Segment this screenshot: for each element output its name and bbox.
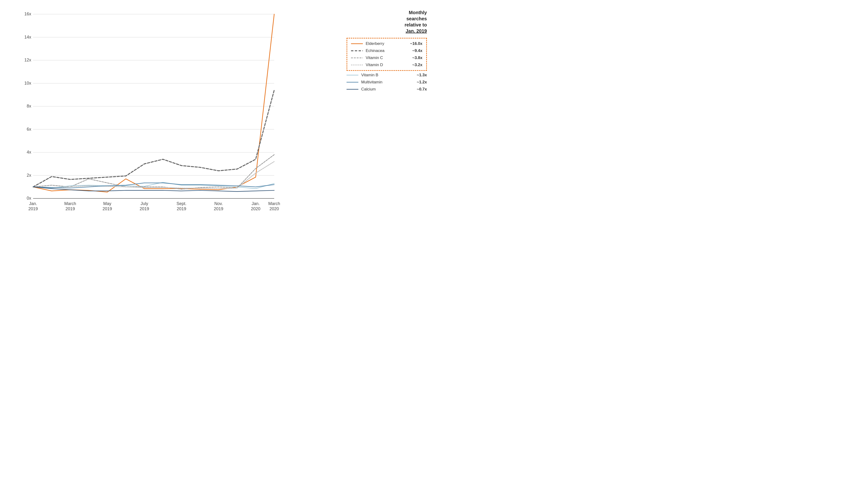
svg-text:2020: 2020 bbox=[251, 207, 261, 211]
svg-text:Jan.: Jan. bbox=[29, 201, 37, 206]
svg-text:March: March bbox=[268, 201, 280, 206]
svg-text:2019: 2019 bbox=[214, 207, 223, 211]
svg-text:July: July bbox=[141, 201, 148, 206]
svg-text:2019: 2019 bbox=[102, 207, 112, 211]
legend-value: ~9.4x bbox=[408, 48, 423, 53]
svg-text:May: May bbox=[103, 201, 111, 206]
legend-value: ~16.0x bbox=[408, 41, 423, 46]
svg-text:2020: 2020 bbox=[270, 207, 279, 211]
legend-item: Elderberry~16.0x bbox=[351, 41, 423, 46]
legend-name: Calcium bbox=[361, 87, 413, 92]
chart-svg: 0x2x4x6x8x10x12x14x16xJan.2019March2019M… bbox=[19, 12, 291, 224]
svg-text:4x: 4x bbox=[27, 150, 31, 155]
svg-text:6x: 6x bbox=[27, 127, 31, 131]
svg-text:12x: 12x bbox=[24, 58, 31, 62]
svg-text:14x: 14x bbox=[24, 35, 31, 40]
legend-name: Echinacea bbox=[366, 48, 408, 53]
legend-name: Elderberry bbox=[366, 41, 408, 46]
legend-item: Vitamin B~1.3x bbox=[346, 73, 427, 77]
legend-value: ~3.8x bbox=[408, 56, 423, 60]
legend-item: Vitamin D~3.2x bbox=[351, 62, 423, 67]
legend-title: Monthlysearchesrelative toJan. 2019 bbox=[346, 10, 427, 34]
svg-text:Sept.: Sept. bbox=[177, 201, 187, 206]
legend-out-box: Vitamin B~1.3xMultivitamin~1.2xCalcium~0… bbox=[346, 73, 427, 92]
chart-container: 0x2x4x6x8x10x12x14x16xJan.2019March2019M… bbox=[0, 0, 434, 248]
legend-item: Echinacea~9.4x bbox=[351, 48, 423, 53]
svg-text:Nov.: Nov. bbox=[215, 201, 223, 206]
legend-value: ~1.2x bbox=[413, 80, 427, 85]
svg-text:2019: 2019 bbox=[177, 207, 186, 211]
svg-text:2x: 2x bbox=[27, 173, 31, 178]
legend-value: ~3.2x bbox=[408, 62, 423, 67]
svg-text:8x: 8x bbox=[27, 104, 31, 109]
svg-text:Jan.: Jan. bbox=[252, 201, 260, 206]
svg-text:2019: 2019 bbox=[140, 207, 149, 211]
legend-box: Monthlysearchesrelative toJan. 2019 Elde… bbox=[346, 10, 427, 92]
legend-name: Vitamin C bbox=[366, 56, 408, 60]
legend-value: ~0.7x bbox=[413, 87, 427, 92]
legend-name: Vitamin D bbox=[366, 62, 408, 67]
legend-name: Multivitamin bbox=[361, 80, 413, 85]
svg-text:March: March bbox=[64, 201, 76, 206]
svg-text:10x: 10x bbox=[24, 81, 31, 86]
svg-text:2019: 2019 bbox=[28, 207, 38, 211]
legend-item: Calcium~0.7x bbox=[346, 87, 427, 92]
svg-text:0x: 0x bbox=[27, 196, 31, 201]
legend-items-box: Elderberry~16.0xEchinacea~9.4xVitamin C~… bbox=[346, 38, 427, 71]
legend-name: Vitamin B bbox=[361, 73, 413, 77]
svg-text:2019: 2019 bbox=[66, 207, 75, 211]
legend-value: ~1.3x bbox=[413, 73, 427, 77]
legend-item: Vitamin C~3.8x bbox=[351, 56, 423, 60]
svg-text:16x: 16x bbox=[24, 12, 31, 16]
legend-item: Multivitamin~1.2x bbox=[346, 80, 427, 85]
